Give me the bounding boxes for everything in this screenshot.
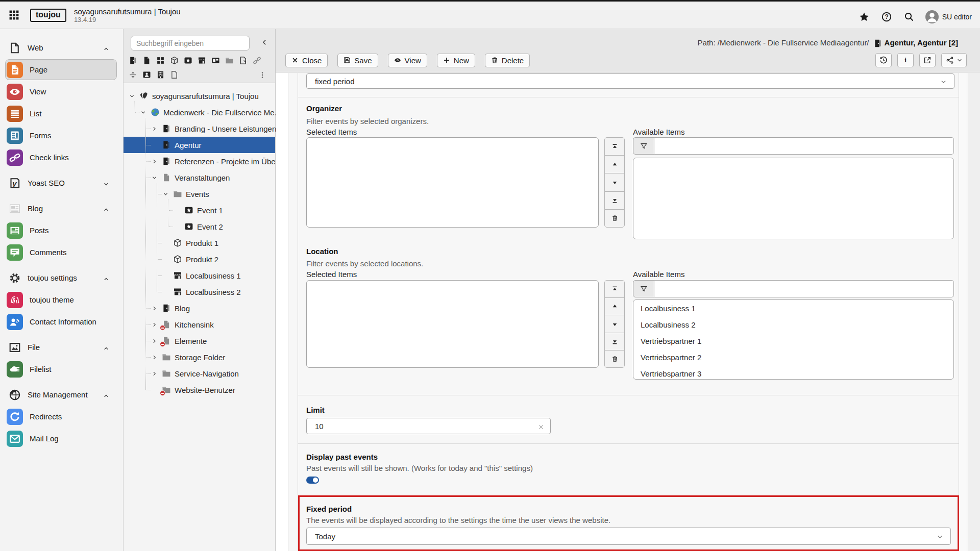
tree-more-icon[interactable] xyxy=(259,71,266,79)
location-title: Location xyxy=(306,246,338,257)
move-to-top-button[interactable] xyxy=(604,137,625,156)
move-up-button[interactable] xyxy=(604,297,625,315)
collapse-tree-icon[interactable] xyxy=(261,39,268,46)
move-down-button[interactable] xyxy=(604,315,625,333)
location-selected-list[interactable] xyxy=(306,280,599,368)
sidebar-group-file[interactable]: File xyxy=(0,336,123,358)
newpage-doc-icon[interactable] xyxy=(142,56,151,65)
user-menu[interactable]: SU editor xyxy=(920,10,980,23)
available-item[interactable]: Localbusiness 1 xyxy=(641,300,953,317)
sidebar-item-list[interactable]: List xyxy=(0,103,123,124)
record-form: fixed period Organizer Filter events by … xyxy=(298,73,959,551)
save-button[interactable]: Save xyxy=(337,54,378,67)
delete-button[interactable] xyxy=(604,350,625,368)
sidebar-group-toujou-settings[interactable]: toujou settings xyxy=(0,267,123,289)
sidebar-group-blog[interactable]: Blog xyxy=(0,197,123,219)
sidebar-group-yoast-seo[interactable]: yYoast SEO xyxy=(0,172,123,194)
newpage-grid4-icon[interactable] xyxy=(156,56,165,65)
tree-node-events[interactable]: Events xyxy=(124,186,275,202)
sidebar-item-view[interactable]: View xyxy=(0,81,123,103)
past-events-title: Display past events xyxy=(306,452,378,462)
view-button[interactable]: View xyxy=(388,54,427,67)
move-to-bottom-button[interactable] xyxy=(604,191,625,210)
typo3-icon xyxy=(139,91,149,101)
newpage-shop-icon[interactable] xyxy=(198,56,206,65)
newpage-link-icon[interactable] xyxy=(253,56,261,65)
sidebar-item-mail-log[interactable]: Mail Log xyxy=(0,428,123,449)
scrollbar[interactable] xyxy=(959,73,967,551)
past-events-toggle[interactable] xyxy=(306,477,319,484)
location-available-list[interactable]: Localbusiness 1Localbusiness 2Vertriebsp… xyxy=(633,299,954,380)
move-to-bottom-button[interactable] xyxy=(604,333,625,350)
tree-resize-handle[interactable] xyxy=(276,73,288,551)
organizer-filter-button[interactable] xyxy=(633,137,654,155)
sidebar-item-filelist[interactable]: Filelist xyxy=(0,358,123,380)
newpage-split-icon[interactable] xyxy=(129,70,137,79)
search-button[interactable] xyxy=(898,12,920,22)
new-button[interactable]: New xyxy=(437,54,475,67)
sidebar-item-page[interactable]: Page xyxy=(0,59,123,81)
organizer-selected-list[interactable] xyxy=(306,137,599,228)
page-tree: soyagunsarufutsumura | ToujouMedienwerk … xyxy=(124,84,275,551)
fixed-period-top-select[interactable]: fixed period xyxy=(306,73,954,89)
tree-node-produkt-1[interactable]: Produkt 1 xyxy=(124,235,275,251)
newpage-idcard-icon[interactable] xyxy=(211,56,220,65)
tree-node-event-2[interactable]: Event 2 xyxy=(124,218,275,235)
sidebar-item-posts[interactable]: Posts xyxy=(0,219,123,241)
version: 13.4.19 xyxy=(74,16,181,23)
sidebar-item-check-links[interactable]: Check links xyxy=(0,146,123,168)
sidebar-item-toujou-theme[interactable]: toujou theme xyxy=(0,289,123,311)
sidebar-item-forms[interactable]: Forms xyxy=(0,124,123,146)
tree-node-localbusiness-2[interactable]: Localbusiness 2 xyxy=(124,284,275,300)
newpage-doc-arrow-icon[interactable] xyxy=(239,56,248,65)
sidebar-item-redirects[interactable]: Redirects xyxy=(0,406,123,428)
newpage-door-icon[interactable] xyxy=(129,56,137,65)
tree-node-soyagunsarufutsumura-toujou[interactable]: soyagunsarufutsumura | Toujou xyxy=(124,88,275,104)
fixed-period-select[interactable]: Today xyxy=(306,528,951,545)
app-grid-icon[interactable] xyxy=(9,10,19,20)
organizer-available-list[interactable] xyxy=(633,158,954,239)
info-button[interactable]: i xyxy=(897,53,914,67)
location-description: Filter events by selected locations. xyxy=(306,259,423,269)
toujou-logo[interactable]: toujou xyxy=(30,9,66,22)
newpage-event-icon[interactable] xyxy=(184,56,192,65)
tree-node-localbusiness-1[interactable]: Localbusiness 1 xyxy=(124,267,275,284)
breadcrumb: Path: /Medienwerk - Die Fullservice Medi… xyxy=(698,38,869,47)
location-selected-label: Selected Items xyxy=(306,269,357,280)
external-button[interactable] xyxy=(919,53,936,67)
move-down-button[interactable] xyxy=(604,173,625,191)
share-button[interactable] xyxy=(941,53,967,67)
available-item[interactable]: Vertriebspartner 2 xyxy=(641,349,953,366)
tree-node-event-1[interactable]: Event 1 xyxy=(124,202,275,218)
tree-search-input[interactable] xyxy=(131,36,250,51)
available-item[interactable]: Vertriebspartner 3 xyxy=(641,366,953,380)
tree-node-produkt-2[interactable]: Produkt 2 xyxy=(124,251,275,267)
move-to-top-button[interactable] xyxy=(604,280,625,298)
available-item[interactable]: Vertriebspartner 1 xyxy=(641,333,953,349)
limit-input[interactable]: 10 xyxy=(306,418,551,434)
location-filter-input[interactable] xyxy=(654,280,954,297)
delete-button[interactable]: Delete xyxy=(485,54,530,67)
bookmark-button[interactable] xyxy=(853,12,875,22)
move-up-button[interactable] xyxy=(604,155,625,173)
help-button[interactable]: ? xyxy=(875,12,898,22)
organizer-filter-input[interactable] xyxy=(654,137,954,155)
sidebar-group-site-management[interactable]: Site Management xyxy=(0,384,123,406)
newpage-person-card-icon[interactable] xyxy=(142,70,151,79)
sidebar-item-contact-information[interactable]: Contact Information xyxy=(0,311,123,333)
sidebar-group-web[interactable]: Web xyxy=(0,37,123,59)
newpage-cube-icon[interactable] xyxy=(170,56,179,65)
posts-icon xyxy=(7,222,23,239)
available-item[interactable]: Localbusiness 2 xyxy=(641,317,953,333)
location-filter-button[interactable] xyxy=(633,280,654,297)
delete-button[interactable] xyxy=(604,209,625,228)
chevron-down-icon xyxy=(103,180,109,186)
close-button[interactable]: Close xyxy=(285,54,328,67)
newpage-folder-icon[interactable] xyxy=(225,56,234,65)
sidebar-item-comments[interactable]: Comments xyxy=(0,241,123,263)
history-button[interactable] xyxy=(875,53,892,67)
clear-icon[interactable] xyxy=(538,423,544,429)
newpage-building-icon[interactable] xyxy=(156,70,165,79)
tree-node-medienwerk-die-fullservice-me-[interactable]: Medienwerk - Die Fullservice Me... xyxy=(124,104,275,120)
newpage-doc-blank-icon[interactable] xyxy=(170,70,179,79)
